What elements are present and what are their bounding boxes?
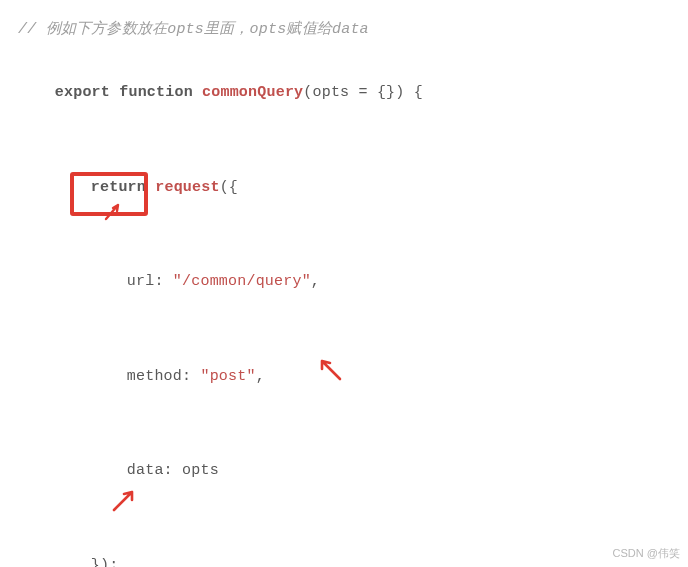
comma: , [256, 368, 265, 385]
prop-key: url: [127, 273, 173, 290]
prop-key: method: [127, 368, 201, 385]
prop-method-line: method: "post", [18, 329, 670, 424]
open-paren: ({ [220, 179, 238, 196]
prop-url-line: url: "/common/query", [18, 235, 670, 330]
code-snippet: // 例如下方参数放在opts里面，opts赋值给data export fun… [0, 0, 688, 567]
comma: , [311, 273, 320, 290]
close-obj: }); [91, 557, 119, 568]
fn-params: (opts = {}) { [303, 84, 423, 101]
keyword-function: function [119, 84, 193, 101]
return-line: return request({ [18, 140, 670, 235]
string-literal: "post" [200, 368, 255, 385]
close-call-line: }); [18, 518, 670, 567]
keyword-return: return [91, 179, 146, 196]
comment-line: // 例如下方参数放在opts里面，opts赋值给data [18, 14, 670, 46]
watermark: CSDN @伟笑 [613, 546, 680, 561]
prop-data-line: data: opts [18, 424, 670, 519]
keyword-export: export [55, 84, 110, 101]
fn-request: request [155, 179, 219, 196]
string-literal: "/common/query" [173, 273, 311, 290]
data-opts: data: opts [127, 462, 219, 479]
fn-name: commonQuery [202, 84, 303, 101]
fn-decl-line: export function commonQuery(opts = {}) { [18, 46, 670, 141]
